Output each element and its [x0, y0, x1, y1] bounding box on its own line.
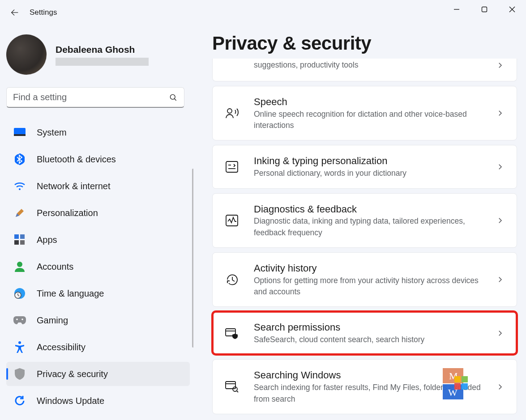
sidebar-item-label: Personalization	[37, 208, 98, 218]
sidebar-item-label: System	[37, 127, 67, 138]
sidebar-item-time-language[interactable]: Time & language	[6, 281, 190, 305]
minimize-icon	[453, 6, 460, 13]
sidebar-item-bluetooth[interactable]: Bluetooth & devices	[6, 147, 190, 171]
sidebar-item-label: Network & internet	[37, 181, 111, 191]
window-controls	[443, 0, 526, 19]
svg-line-34	[237, 391, 238, 392]
main-content: Privacy & security suggestions, producti…	[193, 25, 526, 420]
close-icon	[509, 6, 515, 13]
settings-card-activity-history[interactable]: Activity history Options for getting mor…	[212, 252, 517, 307]
user-name: Debaleena Ghosh	[56, 43, 149, 55]
accessibility-icon	[13, 341, 26, 353]
settings-card-subtitle: Online speech recognition for dictation …	[254, 109, 492, 132]
search-box[interactable]	[6, 87, 184, 108]
system-icon	[13, 126, 26, 139]
svg-rect-10	[14, 234, 19, 239]
wifi-icon	[13, 180, 26, 192]
titlebar: Settings	[0, 0, 526, 25]
sidebar-item-gaming[interactable]: Gaming	[6, 308, 190, 332]
settings-card-title: Diagnostics & feedback	[254, 203, 492, 216]
chevron-right-icon	[496, 216, 504, 225]
svg-rect-1	[482, 7, 487, 12]
inking-icon	[225, 160, 239, 174]
settings-card-subtitle: SafeSearch, cloud content search, search…	[254, 334, 492, 345]
settings-card-subtitle: Personal dictionary, words in your dicti…	[254, 168, 492, 179]
svg-point-9	[19, 188, 21, 190]
minimize-button[interactable]	[443, 0, 470, 19]
back-button[interactable]	[8, 6, 21, 19]
svg-rect-13	[20, 240, 25, 245]
settings-card-speech[interactable]: Speech Online speech recognition for dic…	[212, 86, 517, 140]
sidebar-item-system[interactable]: System	[6, 120, 190, 144]
settings-card-subtitle: Diagnostic data, inking and typing data,…	[254, 216, 492, 238]
sidebar-item-label: Accessibility	[37, 342, 86, 352]
svg-point-14	[17, 262, 22, 267]
chevron-right-icon	[496, 163, 504, 171]
sidebar: Debaleena Ghosh System Bluetooth & devic…	[0, 25, 193, 420]
app-title: Settings	[30, 8, 57, 17]
sidebar-item-accessibility[interactable]: Accessibility	[6, 335, 190, 359]
search-permissions-icon	[225, 327, 239, 340]
settings-card-inking-typing[interactable]: Inking & typing personalization Personal…	[212, 145, 517, 188]
svg-line-5	[175, 98, 176, 100]
clock-globe-icon	[13, 287, 26, 300]
settings-card-subtitle: Options for getting more from your activ…	[254, 275, 492, 298]
settings-card-title: Search permissions	[254, 321, 492, 334]
avatar	[6, 34, 47, 75]
sidebar-item-label: Bluetooth & devices	[37, 154, 116, 165]
sidebar-item-windows-update[interactable]: Windows Update	[6, 389, 190, 413]
gamepad-icon	[13, 314, 26, 327]
chevron-right-icon	[496, 109, 504, 117]
svg-point-20	[16, 318, 18, 320]
sidebar-item-label: Windows Update	[37, 396, 104, 406]
svg-rect-11	[20, 234, 25, 239]
maximize-icon	[481, 6, 488, 13]
svg-point-22	[227, 109, 232, 113]
sidebar-item-network[interactable]: Network & internet	[6, 174, 190, 198]
paintbrush-icon	[13, 207, 26, 219]
svg-rect-7	[14, 134, 26, 136]
svg-rect-39	[454, 376, 461, 382]
settings-card-searching-windows[interactable]: Searching Windows Search indexing for fa…	[212, 359, 517, 414]
arrow-left-icon	[10, 8, 20, 17]
settings-card-title: Activity history	[254, 262, 492, 275]
settings-card-title: Inking & typing personalization	[254, 154, 492, 168]
bluetooth-icon	[13, 153, 26, 165]
speech-icon	[225, 106, 239, 120]
nav-list: System Bluetooth & devices Network & int…	[6, 120, 190, 413]
svg-point-33	[233, 387, 237, 391]
settings-card-title: Speech	[254, 95, 492, 109]
svg-rect-23	[226, 161, 238, 172]
svg-rect-40	[462, 376, 468, 382]
svg-rect-12	[14, 240, 19, 245]
sidebar-item-label: Privacy & security	[37, 369, 108, 379]
update-icon	[13, 395, 26, 407]
close-button[interactable]	[498, 0, 526, 19]
settings-card-list: suggestions, productivity tools Speech O…	[212, 59, 517, 414]
page-title: Privacy & security	[212, 33, 517, 54]
search-input[interactable]	[13, 92, 169, 102]
sidebar-item-apps[interactable]: Apps	[6, 228, 190, 252]
activity-history-icon	[225, 273, 239, 286]
sidebar-item-label: Gaming	[37, 315, 68, 326]
chevron-right-icon	[496, 61, 504, 69]
maximize-button[interactable]	[470, 0, 498, 19]
sidebar-item-label: Apps	[37, 235, 57, 245]
svg-line-28	[232, 280, 235, 281]
apps-icon	[13, 233, 26, 246]
user-email-redacted	[56, 58, 149, 66]
search-icon	[169, 93, 178, 102]
settings-card-general[interactable]: suggestions, productivity tools	[212, 59, 517, 81]
settings-card-search-permissions[interactable]: Search permissions SafeSearch, cloud con…	[212, 311, 517, 355]
sidebar-item-personalization[interactable]: Personalization	[6, 201, 190, 225]
svg-point-19	[21, 318, 23, 320]
sidebar-item-accounts[interactable]: Accounts	[6, 255, 190, 279]
searching-windows-icon	[225, 380, 239, 394]
settings-card-diagnostics[interactable]: Diagnostics & feedback Diagnostic data, …	[212, 193, 517, 248]
watermark-logo: M W	[441, 368, 470, 401]
sidebar-item-privacy-security[interactable]: Privacy & security	[6, 362, 190, 386]
svg-point-4	[170, 94, 175, 99]
user-block[interactable]: Debaleena Ghosh	[6, 34, 190, 87]
settings-card-subtitle: suggestions, productivity tools	[254, 59, 492, 71]
svg-point-21	[18, 341, 21, 344]
